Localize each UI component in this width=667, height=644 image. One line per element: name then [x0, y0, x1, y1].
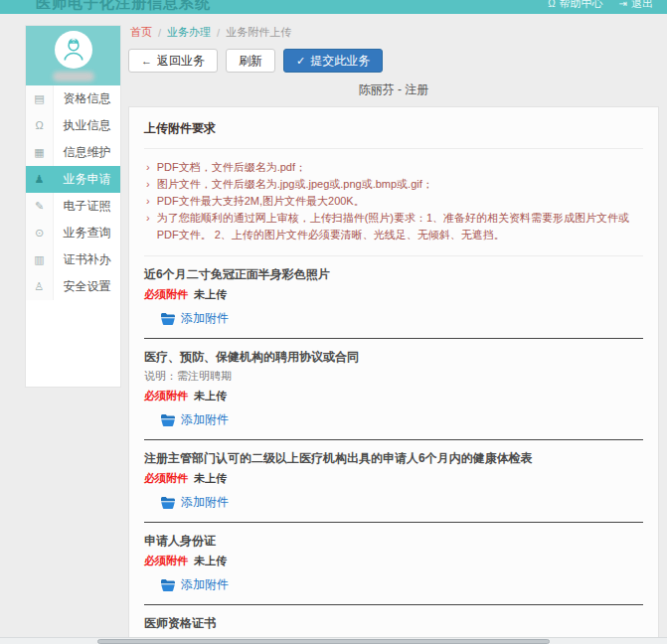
breadcrumb-section[interactable]: 业务办理 — [167, 25, 211, 40]
add-attachment-link[interactable]: 添加附件 — [161, 494, 229, 511]
sidebar-item-info-maintenance[interactable]: ▦ 信息维护 — [26, 139, 120, 166]
attachment-item: 医疗、预防、保健机构的聘用协议或合同 说明：需注明聘期 必须附件 未上传 添加附… — [144, 339, 643, 440]
required-badge: 必须附件 — [144, 389, 188, 403]
submit-button[interactable]: ✓ 提交此业务 — [283, 49, 383, 73]
main-content: 首页 / 业务办理 / 业务附件上传 ← 返回业务 刷新 ✓ 提交此业务 陈丽芬… — [128, 14, 659, 644]
attachment-item: 注册主管部门认可的二级以上医疗机构出具的申请人6个月内的健康体检表 必须附件 未… — [144, 440, 643, 523]
help-center-label: 帮助中心 — [560, 0, 603, 11]
sidebar-item-certificate-reissue[interactable]: ▥ 证书补办 — [26, 246, 120, 273]
app-header: 医师电子化注册信息系统 Ω 帮助中心 ⇥ 退出 — [0, 0, 667, 14]
breadcrumb: 首页 / 业务办理 / 业务附件上传 — [128, 25, 659, 40]
logout-label: 退出 — [631, 0, 653, 11]
requirement-item: › 为了您能顺利的通过网上审核，上传扫描件(照片)要求：1、准备好的相关资料需要… — [146, 210, 641, 243]
add-attachment-link[interactable]: 添加附件 — [161, 576, 229, 593]
add-attachment-label: 添加附件 — [181, 310, 229, 327]
bullet-icon: › — [146, 193, 150, 210]
back-arrow-icon: ← — [141, 55, 152, 67]
sidebar-item-business-query[interactable]: ⊙ 业务查询 — [26, 220, 120, 246]
sidebar-item-practice-info[interactable]: Ω 执业信息 — [26, 112, 120, 139]
add-attachment-link[interactable]: 添加附件 — [161, 310, 229, 327]
card-icon: ▥ — [26, 246, 54, 273]
attachment-status: 必须附件 未上传 — [144, 554, 643, 568]
attachment-title: 申请人身份证 — [144, 533, 643, 549]
folder-icon — [161, 414, 175, 426]
headset-icon: Ω — [548, 0, 555, 9]
breadcrumb-separator: / — [217, 27, 220, 39]
requirement-text: PDF文档，文件后缀名为.pdf； — [157, 159, 306, 176]
attachments-panel: 上传附件要求 › PDF文档，文件后缀名为.pdf； › 图片文件，文件后缀名为… — [128, 106, 659, 644]
sidebar-item-electronic-license[interactable]: ✎ 电子证照 — [26, 193, 120, 220]
submit-check-icon: ✓ — [296, 55, 305, 68]
toolbar: ← 返回业务 刷新 ✓ 提交此业务 — [128, 49, 659, 73]
app-title: 医师电子化注册信息系统 — [36, 0, 211, 13]
add-attachment-label: 添加附件 — [181, 576, 229, 593]
help-center-link[interactable]: Ω 帮助中心 — [548, 0, 602, 11]
logout-link[interactable]: ⇥ 退出 — [619, 0, 653, 11]
required-badge: 必须附件 — [144, 554, 188, 568]
add-attachment-label: 添加附件 — [181, 411, 229, 428]
sidebar-item-label: 安全设置 — [54, 278, 120, 295]
attachment-item: 申请人身份证 必须附件 未上传 添加附件 — [144, 523, 643, 605]
sidebar-item-qualification-info[interactable]: ▤ 资格信息 — [26, 85, 120, 112]
upload-status: 未上传 — [194, 471, 227, 486]
requirements-list: › PDF文档，文件后缀名为.pdf； › 图片文件，文件后缀名为.jpg或.j… — [144, 149, 643, 256]
bullet-icon: › — [146, 210, 150, 243]
folder-icon — [161, 579, 175, 591]
requirement-item: › 图片文件，文件后缀名为.jpg或.jpeg或.png或.bmp或.gif； — [146, 176, 641, 193]
shield-user-icon: ♙ — [26, 273, 54, 300]
attachment-title: 注册主管部门认可的二级以上医疗机构出具的申请人6个月内的健康体检表 — [144, 450, 643, 466]
folder-icon — [161, 497, 175, 509]
header-links: Ω 帮助中心 ⇥ 退出 — [548, 0, 653, 11]
search-icon: ⊙ — [26, 220, 54, 246]
profile-card — [26, 26, 120, 85]
applicant-summary: 陈丽芬 - 注册 — [128, 81, 659, 98]
sidebar-item-security-settings[interactable]: ♙ 安全设置 — [26, 273, 120, 300]
sidebar-item-label: 电子证照 — [54, 198, 120, 215]
image-icon: ▦ — [26, 139, 54, 166]
attachment-title: 医师资格证书 — [144, 615, 643, 631]
add-attachment-link[interactable]: 添加附件 — [161, 411, 229, 428]
horizontal-scrollbar[interactable] — [0, 637, 667, 644]
attachment-title: 近6个月二寸免冠正面半身彩色照片 — [144, 266, 643, 282]
add-attachment-label: 添加附件 — [181, 494, 229, 511]
requirement-text: 图片文件，文件后缀名为.jpg或.jpeg或.png或.bmp或.gif； — [157, 176, 433, 193]
headset-icon: Ω — [26, 112, 54, 139]
avatar — [55, 31, 92, 69]
upload-status: 未上传 — [194, 389, 227, 403]
sidebar-item-label: 证书补办 — [54, 251, 120, 268]
app-root: 医师电子化注册信息系统 Ω 帮助中心 ⇥ 退出 — [0, 0, 667, 644]
folder-icon — [161, 313, 175, 325]
back-button[interactable]: ← 返回业务 — [128, 49, 218, 73]
attachment-item: 近6个月二寸免冠正面半身彩色照片 必须附件 未上传 添加附件 — [144, 256, 643, 339]
attachment-note: 说明：需注明聘期 — [144, 369, 643, 384]
required-badge: 必须附件 — [144, 471, 188, 486]
requirement-item: › PDF文件最大支持2M,图片文件最大200K。 — [146, 193, 641, 210]
requirement-text: PDF文件最大支持2M,图片文件最大200K。 — [157, 193, 365, 210]
attachment-status: 必须附件 未上传 — [144, 287, 643, 302]
sidebar: ▤ 资格信息 Ω 执业信息 ▦ 信息维护 ♟ 业务申请 ✎ 电子证照 ⊙ 业务查… — [25, 25, 121, 388]
requirements-title: 上传附件要求 — [144, 120, 643, 149]
attachment-title: 医疗、预防、保健机构的聘用协议或合同 — [144, 349, 643, 365]
sidebar-menu: ▤ 资格信息 Ω 执业信息 ▦ 信息维护 ♟ 业务申请 ✎ 电子证照 ⊙ 业务查… — [26, 85, 120, 300]
user-name-redacted — [53, 72, 94, 81]
user-icon: ♟ — [26, 166, 54, 193]
attachment-list: 近6个月二寸免冠正面半身彩色照片 必须附件 未上传 添加附件 医疗、预防、保健机… — [144, 256, 643, 644]
sidebar-item-label: 信息维护 — [54, 144, 120, 161]
logout-icon: ⇥ — [619, 0, 627, 9]
sidebar-item-label: 执业信息 — [54, 117, 120, 134]
sidebar-item-business-application[interactable]: ♟ 业务申请 — [26, 166, 120, 193]
doctor-avatar-icon — [60, 36, 87, 64]
bullet-icon: › — [146, 176, 150, 193]
upload-status: 未上传 — [194, 287, 227, 302]
refresh-button[interactable]: 刷新 — [226, 49, 275, 73]
sidebar-item-label: 业务申请 — [54, 171, 120, 188]
sidebar-item-label: 业务查询 — [54, 225, 120, 242]
requirement-item: › PDF文档，文件后缀名为.pdf； — [146, 159, 641, 176]
breadcrumb-home[interactable]: 首页 — [130, 25, 152, 40]
breadcrumb-current: 业务附件上传 — [226, 25, 291, 40]
required-badge: 必须附件 — [144, 287, 188, 302]
scrollbar-thumb[interactable] — [97, 639, 550, 644]
back-button-label: 返回业务 — [157, 53, 205, 70]
document-icon: ▤ — [26, 85, 54, 112]
attachment-status: 必须附件 未上传 — [144, 389, 643, 403]
